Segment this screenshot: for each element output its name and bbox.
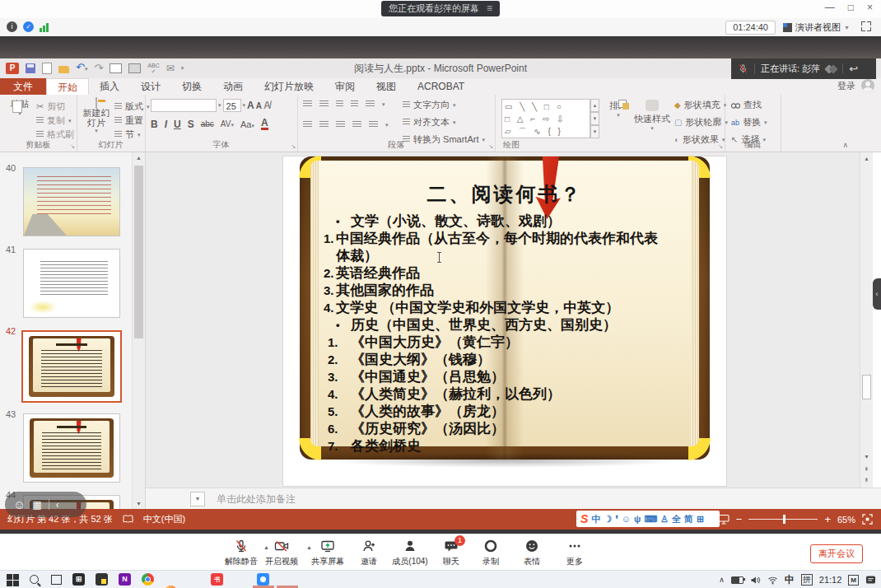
- ime-language-indicator[interactable]: 中: [785, 573, 795, 587]
- zoom-out-button[interactable]: −: [736, 513, 743, 525]
- view-mode-button[interactable]: 演讲者视图 ▼: [783, 21, 850, 34]
- redo-button[interactable]: ↷: [94, 62, 103, 75]
- find-button[interactable]: 查找: [731, 99, 767, 111]
- wifi-icon[interactable]: [767, 576, 778, 585]
- clock[interactable]: 21:12: [819, 575, 842, 585]
- zoom-level[interactable]: 65%: [837, 515, 855, 525]
- thumb-scroll-up-icon[interactable]: ▲: [133, 155, 145, 161]
- tab-animations[interactable]: 动画: [212, 78, 254, 95]
- copy-button[interactable]: 复制▾: [36, 114, 72, 127]
- font-color-button[interactable]: A: [261, 118, 268, 130]
- tab-slideshow[interactable]: 幻灯片放映: [254, 78, 324, 95]
- bold-button[interactable]: B: [151, 119, 158, 130]
- tab-design[interactable]: 设计: [130, 78, 171, 95]
- shape-fill-button[interactable]: ◆形状填充▾: [674, 99, 728, 111]
- skin-icon[interactable]: ♙: [660, 514, 669, 525]
- shapes-gallery[interactable]: ▭ ╲ ╲ □ ○ □ △ ⌐ ⇨ ⇩ ▱ ⌒ ∿ { }: [501, 99, 590, 138]
- notification-center-icon[interactable]: [865, 575, 876, 585]
- increase-indent-button[interactable]: [351, 100, 358, 108]
- ime-toolbar[interactable]: S 中 ☽ ❜ ☺ ψ ⌨ ♙ 全 简 ⊞: [576, 511, 720, 527]
- fit-to-window-icon[interactable]: [862, 514, 873, 525]
- reactions-button[interactable]: 表情: [508, 539, 556, 567]
- email-button[interactable]: ✉: [166, 62, 175, 75]
- bullets-button[interactable]: [303, 100, 312, 108]
- sign-in[interactable]: 登录: [837, 79, 874, 92]
- quick-styles-button[interactable]: 快速样式 ▾: [633, 100, 671, 132]
- fullwidth-toggle[interactable]: 全: [672, 513, 681, 525]
- red-app-icon[interactable]: 书: [211, 573, 223, 586]
- banner-menu-icon[interactable]: ≡: [487, 1, 492, 16]
- zoom-slider-thumb[interactable]: [783, 515, 785, 524]
- start-button[interactable]: [7, 573, 20, 587]
- slideshow-view-icon[interactable]: [718, 514, 730, 525]
- line-spacing-button[interactable]: [366, 100, 375, 108]
- more-button[interactable]: 更多: [551, 539, 599, 567]
- align-text-button[interactable]: 对齐文本▾: [403, 116, 485, 128]
- encryption-icon[interactable]: ✓: [23, 21, 34, 32]
- undo-button[interactable]: ↶▾: [76, 61, 87, 76]
- battery-icon[interactable]: [731, 576, 743, 584]
- spellcheck-icon[interactable]: [123, 515, 133, 524]
- notes-pane[interactable]: ▼ 单击此处添加备注: [146, 488, 881, 510]
- search-icon[interactable]: [30, 573, 43, 586]
- shapes-scroll-up[interactable]: ▲: [590, 99, 599, 112]
- clear-formatting-button[interactable]: A̸: [263, 100, 271, 111]
- collapse-pill-icon[interactable]: ‹: [56, 499, 59, 511]
- new-document-button[interactable]: [42, 63, 52, 74]
- fullscreen-button[interactable]: [861, 21, 871, 31]
- numbering-button[interactable]: [319, 100, 329, 108]
- reaction-quickbar[interactable]: ☺ ▦ ‹: [5, 492, 86, 517]
- panel-icon[interactable]: ▦: [32, 499, 41, 511]
- tab-file[interactable]: 文件: [0, 78, 46, 95]
- slide-body-text[interactable]: •文学（小说、散文、诗歌、戏剧） 1.中国经典作品（从古至今，每个时期的代表作和…: [324, 212, 669, 455]
- slide-thumbnail-42-selected[interactable]: [21, 330, 122, 403]
- slide-title[interactable]: 二、阅读何书？: [308, 181, 702, 208]
- thumb-scroll-thumb[interactable]: [134, 166, 143, 338]
- slide-thumbnail-43[interactable]: [23, 413, 120, 483]
- tab-home[interactable]: 开始: [46, 78, 89, 95]
- slide-thumbnail-40[interactable]: [23, 167, 120, 236]
- clipboard-dialog-launcher[interactable]: ↘: [70, 143, 75, 150]
- tab-insert[interactable]: 插入: [89, 78, 130, 95]
- strikethrough-button[interactable]: abc: [201, 119, 214, 128]
- start-video-button[interactable]: 开启视频: [258, 539, 305, 567]
- shapes-more-button[interactable]: ▼: [590, 125, 599, 138]
- align-right-button[interactable]: [336, 121, 345, 128]
- scroll-thumb[interactable]: [862, 375, 871, 399]
- slideshow-button[interactable]: [128, 63, 141, 73]
- ime-menu-icon[interactable]: ⊞: [697, 514, 704, 525]
- meeting-app-icon[interactable]: [257, 573, 269, 586]
- notes-placeholder[interactable]: 单击此处添加备注: [217, 488, 296, 510]
- minimize-button[interactable]: —: [825, 2, 835, 13]
- meeting-panel-handle[interactable]: ‹: [873, 278, 881, 310]
- spellcheck-button[interactable]: ABC✓: [147, 63, 159, 74]
- notes-app-icon[interactable]: [96, 573, 108, 586]
- decrease-indent-button[interactable]: [336, 100, 343, 108]
- volume-icon[interactable]: [750, 576, 761, 585]
- emoji-picker-icon[interactable]: ☺: [622, 514, 631, 524]
- cut-button[interactable]: ✂剪切: [36, 100, 65, 113]
- justify-button[interactable]: [352, 121, 361, 128]
- underline-button[interactable]: U: [174, 119, 181, 130]
- chrome-icon[interactable]: [142, 573, 154, 586]
- shadow-button[interactable]: S: [188, 119, 194, 130]
- input-indicator-icon[interactable]: M: [848, 575, 859, 586]
- reset-button[interactable]: 重置: [114, 114, 143, 127]
- thumb-scroll-down-icon[interactable]: ▼: [133, 501, 145, 506]
- align-left-button[interactable]: [303, 121, 312, 128]
- character-spacing-button[interactable]: AV▾: [221, 119, 234, 128]
- sogou-logo-icon[interactable]: S: [580, 512, 588, 525]
- moon-icon[interactable]: ☽: [604, 514, 612, 525]
- simplified-toggle[interactable]: 简: [684, 513, 693, 525]
- thumbnail-scrollbar[interactable]: ▲ ▼: [132, 152, 145, 509]
- keyboard-icon[interactable]: ⌨: [644, 514, 657, 525]
- onenote-icon[interactable]: N: [119, 573, 131, 586]
- emoji-icon[interactable]: ☺: [13, 497, 26, 511]
- font-dialog-launcher[interactable]: ↘: [291, 143, 296, 150]
- align-center-button[interactable]: [319, 121, 329, 128]
- tab-view[interactable]: 视图: [366, 78, 407, 95]
- paste-button[interactable]: 粘贴 ▾: [7, 98, 33, 117]
- store-icon[interactable]: ⊞: [72, 573, 85, 586]
- tone-icon[interactable]: ❜: [615, 514, 618, 525]
- task-view-icon[interactable]: [51, 575, 62, 585]
